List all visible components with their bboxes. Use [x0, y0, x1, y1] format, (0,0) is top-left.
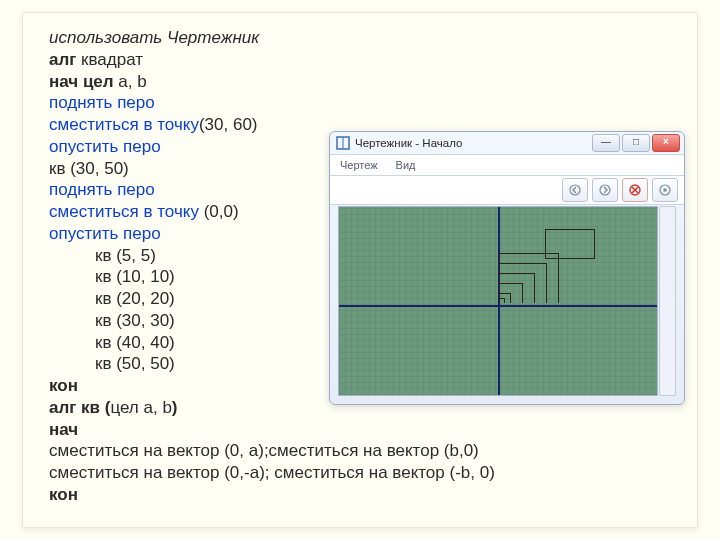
window-titlebar[interactable]: Чертежник - Начало — □ × [330, 132, 684, 154]
code-line: поднять перо [49, 92, 677, 114]
slide-card: использовать Чертежник алг квадрат нач ц… [22, 12, 698, 528]
window-title: Чертежник - Начало [355, 137, 592, 149]
tool-step-button[interactable] [652, 178, 678, 202]
tool-next-button[interactable] [592, 178, 618, 202]
code-line: кон [49, 484, 677, 506]
vertical-scrollbar[interactable] [659, 206, 676, 396]
tool-stop-button[interactable] [622, 178, 648, 202]
window-toolbar [330, 176, 684, 205]
svg-rect-8 [664, 189, 667, 192]
maximize-button[interactable]: □ [622, 134, 650, 152]
app-icon [336, 136, 350, 150]
svg-point-3 [600, 185, 610, 195]
drawing-canvas[interactable] [338, 206, 658, 396]
chertezhnik-window: Чертежник - Начало — □ × Чертеж Вид [329, 131, 685, 405]
code-line: алг квадрат [49, 49, 677, 71]
window-menubar: Чертеж Вид [330, 154, 684, 176]
close-button[interactable]: × [652, 134, 680, 152]
menu-vid[interactable]: Вид [396, 159, 416, 171]
menu-chertezh[interactable]: Чертеж [340, 159, 378, 171]
code-line: нач цел a, b [49, 71, 677, 93]
code-line: сместиться на вектор (0,-a); сместиться … [49, 462, 677, 484]
code-line: использовать Чертежник [49, 27, 677, 49]
svg-point-2 [570, 185, 580, 195]
minimize-button[interactable]: — [592, 134, 620, 152]
code-line: нач [49, 419, 677, 441]
drawn-nested-rect [499, 253, 559, 303]
code-line: сместиться на вектор (0, a);сместиться н… [49, 440, 677, 462]
tool-prev-button[interactable] [562, 178, 588, 202]
